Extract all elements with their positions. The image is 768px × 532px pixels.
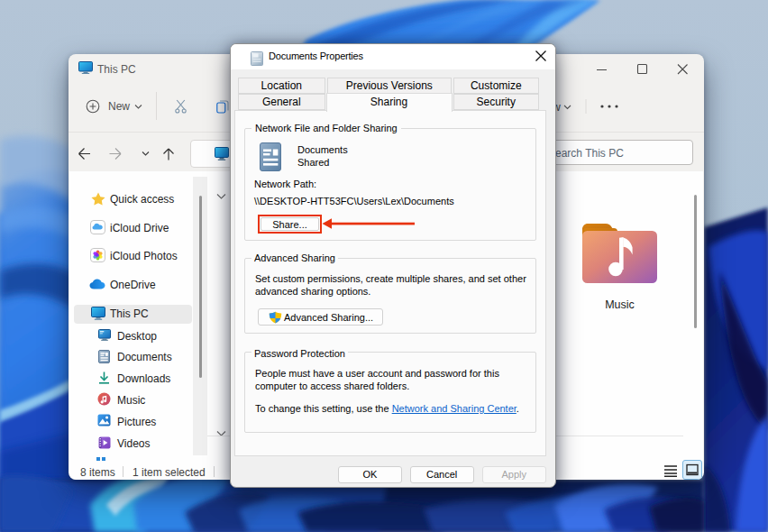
svg-text:New: New — [108, 100, 130, 113]
